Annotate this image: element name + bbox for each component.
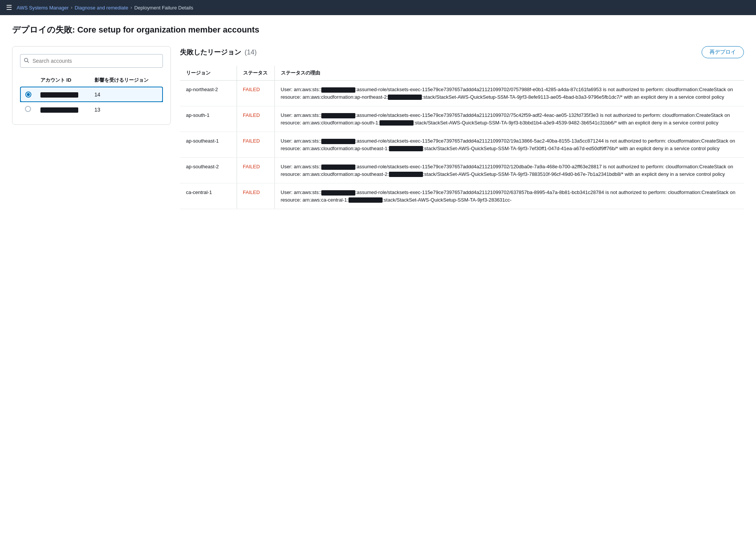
region-cell: ap-south-1	[180, 106, 237, 132]
redeploy-button[interactable]: 再デプロイ	[702, 46, 744, 58]
status-badge: FAILED	[243, 112, 260, 118]
table-row: ap-southeast-1 FAILED User: arn:aws:sts:…	[180, 132, 744, 158]
redacted-account	[321, 190, 355, 196]
redacted-account	[349, 197, 383, 203]
svg-line-1	[28, 61, 29, 63]
page-title-bold: Core setup for organization member accou…	[77, 25, 259, 34]
status-cell: FAILED	[237, 81, 274, 106]
reason-cell: User: arn:aws:sts:::assumed-role/stackse…	[274, 106, 744, 132]
status-cell: FAILED	[237, 132, 274, 158]
breadcrumb-sep-2: ›	[130, 5, 132, 10]
col-radio	[20, 74, 36, 87]
table-row[interactable]: 13	[20, 102, 163, 117]
status-badge: FAILED	[243, 87, 260, 92]
radio-button-1[interactable]	[25, 92, 31, 98]
reason-cell: User: arn:aws:sts:::assumed-role/stackse…	[274, 81, 744, 106]
breadcrumb-systems-manager[interactable]: AWS Systems Manager	[17, 5, 69, 11]
radio-button-2[interactable]	[25, 106, 31, 112]
redacted-account	[389, 146, 423, 151]
table-row: ap-south-1 FAILED User: arn:aws:sts:::as…	[180, 106, 744, 132]
section-title-text: 失敗したリージョン	[180, 48, 241, 56]
left-panel: アカウント ID 影響を受けるリージョン 14	[12, 46, 171, 125]
regions-cell-2: 13	[90, 102, 163, 117]
right-panel: 失敗したリージョン (14) 再デプロイ リージョン ステータス ステータスの理…	[180, 46, 744, 209]
table-row: ap-southeast-2 FAILED User: arn:aws:sts:…	[180, 158, 744, 183]
col-reason: ステータスの理由	[274, 66, 744, 81]
region-cell: ap-southeast-2	[180, 158, 237, 183]
table-row: ap-northeast-2 FAILED User: arn:aws:sts:…	[180, 81, 744, 106]
breadcrumb-sep-1: ›	[71, 5, 73, 10]
col-account-id: アカウント ID	[36, 74, 90, 87]
redacted-account	[389, 172, 423, 177]
region-cell: ca-central-1	[180, 183, 237, 209]
status-cell: FAILED	[237, 106, 274, 132]
page-title-prefix: デプロイの失敗:	[12, 25, 77, 34]
col-regions: 影響を受けるリージョン	[90, 74, 163, 87]
redacted-account	[321, 87, 355, 93]
breadcrumb-current: Deployment Failure Details	[134, 5, 193, 11]
col-region: リージョン	[180, 66, 237, 81]
hamburger-icon[interactable]: ☰	[6, 3, 12, 12]
table-row[interactable]: 14	[20, 87, 163, 102]
section-title: 失敗したリージョン (14)	[180, 48, 257, 57]
status-cell: FAILED	[237, 158, 274, 183]
page-content: デプロイの失敗: Core setup for organization mem…	[0, 15, 756, 548]
redacted-account	[388, 95, 422, 100]
breadcrumb-diagnose[interactable]: Diagnose and remediate	[75, 5, 129, 11]
status-cell: FAILED	[237, 183, 274, 209]
failure-table: リージョン ステータス ステータスの理由 ap-northeast-2 FAIL…	[180, 66, 744, 209]
page-title: デプロイの失敗: Core setup for organization mem…	[12, 24, 744, 36]
section-count: (14)	[245, 48, 257, 56]
redacted-account	[321, 139, 355, 144]
status-badge: FAILED	[243, 189, 260, 195]
redacted-account	[321, 165, 355, 170]
region-cell: ap-northeast-2	[180, 81, 237, 106]
reason-cell: User: arn:aws:sts:::assumed-role/stackse…	[274, 158, 744, 183]
redacted-account	[321, 113, 355, 118]
top-nav: ☰ AWS Systems Manager › Diagnose and rem…	[0, 0, 756, 15]
search-wrapper	[20, 54, 163, 68]
col-status: ステータス	[237, 66, 274, 81]
radio-cell-2[interactable]	[20, 102, 36, 117]
radio-cell-1[interactable]	[20, 87, 36, 102]
search-icon	[24, 58, 29, 64]
table-row: ca-central-1 FAILED User: arn:aws:sts:::…	[180, 183, 744, 209]
regions-cell-1: 14	[90, 87, 163, 102]
region-cell: ap-southeast-1	[180, 132, 237, 158]
account-id-cell-1	[36, 87, 90, 102]
right-panel-header: 失敗したリージョン (14) 再デプロイ	[180, 46, 744, 58]
account-id-redacted-2	[40, 107, 78, 113]
search-input[interactable]	[20, 54, 163, 68]
reason-cell: User: arn:aws:sts:::assumed-role/stackse…	[274, 132, 744, 158]
reason-cell: User: arn:aws:sts:::assumed-role/stackse…	[274, 183, 744, 209]
account-id-cell-2	[36, 102, 90, 117]
redacted-account	[380, 120, 414, 126]
account-id-redacted-1	[40, 92, 78, 98]
accounts-table: アカウント ID 影響を受けるリージョン 14	[20, 74, 163, 117]
status-badge: FAILED	[243, 138, 260, 144]
status-badge: FAILED	[243, 164, 260, 169]
breadcrumb: AWS Systems Manager › Diagnose and remed…	[17, 5, 193, 11]
main-layout: アカウント ID 影響を受けるリージョン 14	[12, 46, 744, 209]
